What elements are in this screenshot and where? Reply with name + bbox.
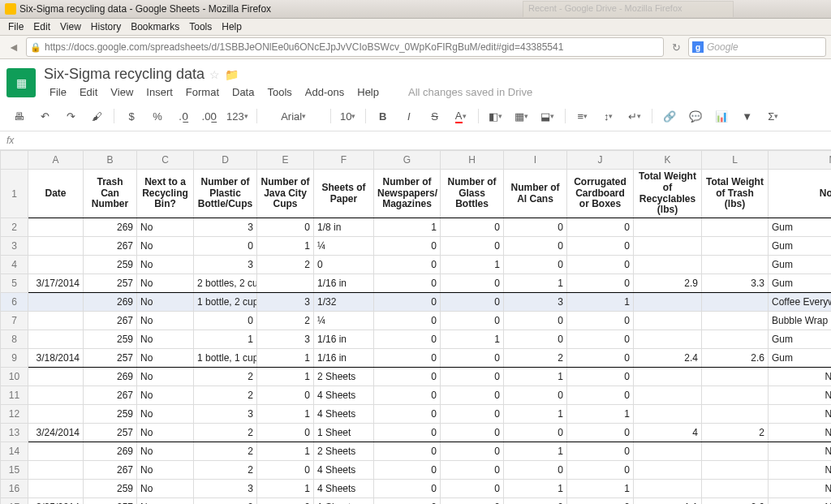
cell[interactable]: No	[137, 368, 194, 386]
col-header[interactable]: G	[374, 151, 441, 170]
cell[interactable]: 2	[194, 498, 257, 504]
cell[interactable]: 0	[567, 312, 634, 330]
cell[interactable]: 257	[84, 274, 137, 293]
cell[interactable]: 3	[194, 256, 257, 274]
header-cell[interactable]: Total Weight of Trash (lbs)	[702, 170, 769, 218]
cell[interactable]: 1	[441, 330, 504, 349]
cell[interactable]: 0	[374, 480, 441, 498]
cell[interactable]: 0	[441, 480, 504, 498]
cell[interactable]: 0	[441, 368, 504, 386]
cell[interactable]	[28, 218, 84, 237]
row-header[interactable]: 8	[1, 330, 28, 349]
cell[interactable]: 1/16 in	[314, 274, 374, 293]
cell[interactable]: 257	[84, 424, 137, 442]
cell[interactable]: No	[137, 330, 194, 349]
paint-format-button[interactable]: 🖌	[84, 106, 109, 126]
cell[interactable]: 1	[504, 368, 567, 386]
header-cell[interactable]: Trash Can Number	[84, 170, 137, 218]
cell[interactable]: N/A	[769, 405, 832, 424]
cell[interactable]	[634, 442, 702, 461]
cell[interactable]: Gum	[769, 237, 832, 256]
row-header[interactable]: 6	[1, 293, 28, 312]
cell[interactable]: 0	[504, 498, 567, 504]
cell[interactable]: 4	[634, 424, 702, 442]
cell[interactable]: 4 Sheets	[314, 461, 374, 480]
cell[interactable]: 2	[702, 424, 769, 442]
cell[interactable]: 267	[84, 386, 137, 405]
font-size-select[interactable]: 10	[336, 106, 360, 126]
cell[interactable]: 0	[441, 312, 504, 330]
text-color-button[interactable]: A	[449, 106, 473, 126]
cell[interactable]: Gum	[769, 274, 832, 293]
cell[interactable]: 269	[84, 442, 137, 461]
cell[interactable]: 257	[84, 349, 137, 368]
browser-menu-bookmarks[interactable]: Bookmarks	[126, 21, 184, 32]
cell[interactable]: 4 Sheets	[314, 386, 374, 405]
cell[interactable]: 1 Sheet	[314, 424, 374, 442]
cell[interactable]: 0	[567, 256, 634, 274]
cell[interactable]	[634, 480, 702, 498]
cell[interactable]: N/A	[769, 424, 832, 442]
cell[interactable]: No	[137, 237, 194, 256]
header-cell[interactable]: Date	[28, 170, 84, 218]
cell[interactable]: ¼	[314, 237, 374, 256]
cell[interactable]: Gum	[769, 330, 832, 349]
cell[interactable]: 2 Sheets	[314, 368, 374, 386]
col-header[interactable]: E	[257, 151, 314, 170]
col-header[interactable]: A	[28, 151, 84, 170]
cell[interactable]: 0	[374, 274, 441, 293]
cell[interactable]: 1	[567, 405, 634, 424]
header-cell[interactable]: Number of Glass Bottles	[441, 170, 504, 218]
row-header[interactable]: 7	[1, 312, 28, 330]
cell[interactable]	[702, 386, 769, 405]
decrease-decimal-button[interactable]: .0̲	[171, 106, 196, 126]
row-header[interactable]: 3	[1, 237, 28, 256]
cell[interactable]: 1	[567, 293, 634, 312]
strike-button[interactable]: S	[423, 106, 447, 126]
cell[interactable]	[702, 368, 769, 386]
cell[interactable]: 0	[567, 368, 634, 386]
cell[interactable]: 259	[84, 256, 137, 274]
sheets-menu-addons[interactable]: Add-ons	[299, 84, 350, 100]
filter-button[interactable]: ▼	[735, 106, 760, 126]
cell[interactable]: 0	[374, 405, 441, 424]
cell[interactable]	[28, 330, 84, 349]
cell[interactable]	[28, 237, 84, 256]
cell[interactable]: 3/17/2014	[28, 274, 84, 293]
cell[interactable]	[28, 480, 84, 498]
cell[interactable]: 267	[84, 237, 137, 256]
cell[interactable]: 2	[257, 312, 314, 330]
cell[interactable]: 0	[374, 312, 441, 330]
cell[interactable]: 3/18/2014	[28, 349, 84, 368]
cell[interactable]: 0	[441, 442, 504, 461]
row-header[interactable]: 12	[1, 405, 28, 424]
cell[interactable]: N/A	[769, 461, 832, 480]
cell[interactable]: 1	[257, 349, 314, 368]
cell[interactable]: 0	[441, 218, 504, 237]
cell[interactable]: No	[137, 218, 194, 237]
cell[interactable]: 259	[84, 330, 137, 349]
cell[interactable]: 0	[567, 386, 634, 405]
valign-button[interactable]: ↕	[596, 106, 621, 126]
cell[interactable]	[634, 368, 702, 386]
cell[interactable]: 2	[504, 349, 567, 368]
cell[interactable]: 2.9	[634, 274, 702, 293]
cell[interactable]: 4 Sheets	[314, 405, 374, 424]
cell[interactable]: 0	[567, 274, 634, 293]
cell[interactable]: 1	[374, 218, 441, 237]
cell[interactable]	[702, 330, 769, 349]
format-currency-button[interactable]: $	[119, 106, 144, 126]
cell[interactable]	[702, 480, 769, 498]
header-cell[interactable]: Next to a Recycling Bin?	[137, 170, 194, 218]
cell[interactable]: 3/24/2014	[28, 424, 84, 442]
cell[interactable]: No	[137, 461, 194, 480]
cell[interactable]	[634, 330, 702, 349]
browser-menu-edit[interactable]: Edit	[28, 21, 55, 32]
browser-menu-history[interactable]: History	[86, 21, 126, 32]
row-header[interactable]: 11	[1, 386, 28, 405]
sheets-menu-tools[interactable]: Tools	[261, 84, 297, 100]
cell[interactable]: 3.3	[702, 274, 769, 293]
cell[interactable]: No	[137, 386, 194, 405]
cell[interactable]: 0	[314, 256, 374, 274]
cell[interactable]: 3	[257, 330, 314, 349]
